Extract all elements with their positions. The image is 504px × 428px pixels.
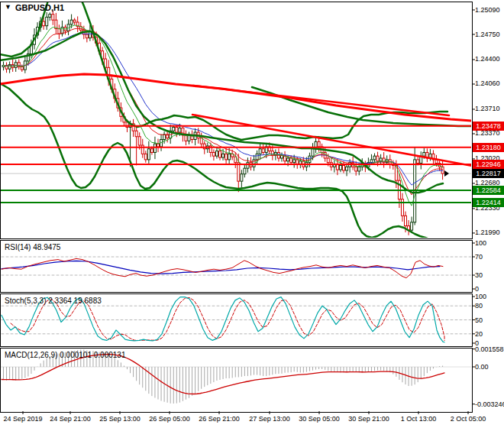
price-badge-resistance-2: 1.23180 [473, 143, 504, 152]
time-label: 27 Sep 13:00 [249, 415, 290, 423]
indicator-axis-label: 0 [475, 285, 479, 293]
time-label: 24 Sep 21:00 [50, 415, 91, 423]
indicator-axis-label: 0.001558 [475, 345, 504, 353]
time-label: 25 Sep 13:00 [99, 415, 141, 423]
time-label: 26 Sep 05:00 [149, 415, 190, 423]
price-tick-label: 1.23370 [475, 129, 500, 137]
indicator-axis-label: 100 [475, 239, 486, 247]
trading-chart-window: { "title": { "symbol": "GBPUSD,H1", "dro… [0, 0, 504, 428]
macd-label: MACD(12,26,9) 0.000101 0.000131 [5, 351, 125, 359]
main-chart-layer [0, 0, 472, 240]
symbol-title[interactable]: GBPUSD,H1 [15, 3, 64, 12]
time-label: 26 Sep 21:00 [199, 415, 240, 423]
chart-canvas[interactable] [0, 0, 504, 428]
stoch-label: Stoch(5,3,3) 2.3364 19.6883 [5, 297, 102, 305]
indicator-axis-label: 70 [475, 253, 483, 261]
symbol-dropdown-icon[interactable]: ▼ [5, 3, 11, 11]
indicator-axis-label: 30 [475, 271, 483, 279]
indicator-axis-label: 80 [475, 302, 483, 310]
rsi-layer [2, 257, 471, 278]
time-label: 30 Sep 21:00 [348, 415, 389, 423]
indicator-axis-label: 100 [475, 293, 486, 300]
time-label: 2 Oct 05:00 [451, 415, 486, 423]
price-tick-label: 1.24750 [475, 31, 500, 38]
indicator-axis-label: 0.00 [475, 363, 489, 371]
price-badge-current-price: 1.22817 [473, 169, 504, 178]
time-label: 1 Oct 13:00 [401, 415, 437, 423]
indicator-axis-label: 20 [475, 330, 483, 338]
price-badge-resistance-3: 1.22946 [473, 160, 504, 169]
indicator-axis-label: 50 [475, 316, 483, 324]
price-badge-resistance-1: 1.23478 [473, 122, 504, 131]
indicator-axis-label: -0.003246 [475, 400, 504, 408]
price-badge-support-1: 1.22584 [473, 186, 504, 195]
price-tick-label: 1.23710 [475, 105, 500, 112]
time-label: 24 Sep 2019 [3, 415, 42, 423]
time-label: 30 Sep 05:00 [299, 415, 340, 423]
price-tick-label: 1.21990 [475, 229, 500, 236]
price-tick-label: 1.24060 [475, 79, 500, 87]
price-tick-label: 1.25090 [475, 6, 500, 14]
rsi-label: RSI(14) 48.9475 [5, 243, 60, 251]
price-tick-label: 1.24400 [475, 55, 500, 63]
price-badge-support-2: 1.22414 [473, 198, 504, 207]
